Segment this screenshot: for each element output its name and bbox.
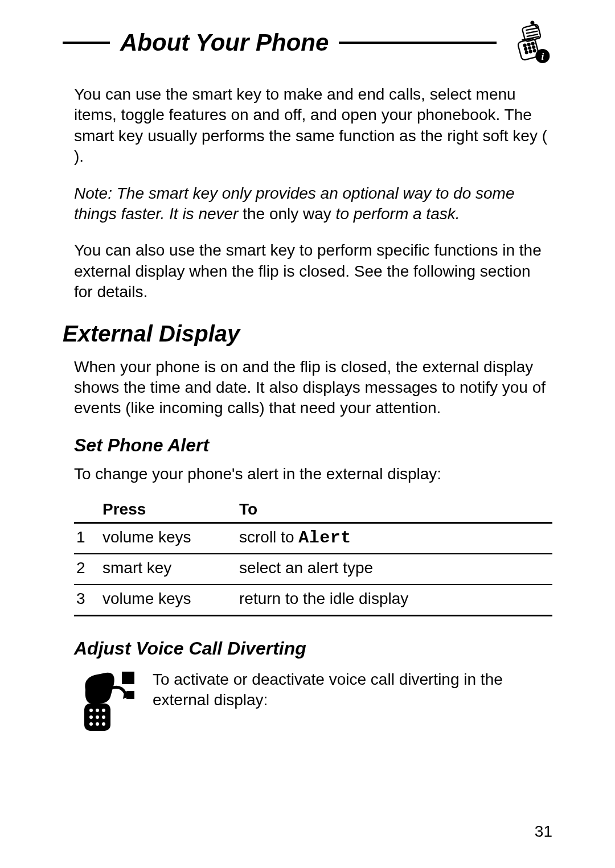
note-paragraph: Note: The smart key only provides an opt… — [74, 183, 552, 225]
svg-point-16 — [534, 50, 536, 52]
note-mid: the only way — [243, 205, 331, 223]
heading-set-phone-alert: Set Phone Alert — [74, 435, 552, 456]
heading-adjust-diverting: Adjust Voice Call Diverting — [74, 638, 552, 659]
svg-point-23 — [96, 709, 99, 712]
row-num: 1 — [74, 528, 102, 548]
svg-point-9 — [528, 43, 530, 46]
intro-paragraph: You can use the smart key to make and en… — [74, 84, 552, 167]
intro2-paragraph: You can also use the smart key to perfor… — [74, 240, 552, 302]
table-row: 1 volume keys scroll to Alert — [74, 524, 552, 554]
row-to: return to the idle display — [239, 590, 552, 609]
row-to-lead: select an alert type — [239, 559, 373, 577]
row-to-mono: Alert — [298, 528, 351, 548]
svg-rect-19 — [122, 672, 134, 684]
manual-page: About Your Phone — [0, 0, 615, 868]
svg-point-14 — [526, 51, 528, 54]
header-rule-left — [63, 42, 110, 44]
row-to-lead: return to the idle display — [239, 590, 408, 607]
svg-line-3 — [526, 28, 537, 30]
svg-point-12 — [528, 47, 531, 49]
external-display-body: When your phone is on and the flip is cl… — [63, 357, 552, 736]
body-column: You can use the smart key to make and en… — [63, 84, 552, 303]
set-alert-intro: To change your phone's alert in the exte… — [74, 464, 552, 484]
svg-point-29 — [96, 722, 99, 726]
svg-text:i: i — [541, 51, 544, 62]
phone-info-icon: i — [508, 20, 552, 65]
header-rule-right — [339, 42, 497, 44]
phone-divert-icon — [74, 667, 142, 735]
page-number: 31 — [535, 822, 552, 841]
svg-point-8 — [524, 44, 526, 47]
row-num: 3 — [74, 590, 102, 609]
svg-point-26 — [96, 715, 99, 719]
row-to-lead: scroll to — [239, 528, 298, 546]
diverting-row: To activate or deactivate voice call div… — [74, 667, 552, 735]
row-to: select an alert type — [239, 559, 552, 578]
svg-point-11 — [524, 48, 527, 50]
svg-point-10 — [532, 43, 534, 45]
row-press: smart key — [102, 559, 239, 578]
table-row: 2 smart key select an alert type — [74, 554, 552, 585]
svg-point-22 — [89, 709, 93, 712]
svg-point-13 — [532, 46, 535, 48]
page-title: About Your Phone — [118, 29, 331, 56]
svg-point-30 — [102, 722, 105, 726]
note-tail: to perform a task. — [331, 205, 460, 223]
row-press: volume keys — [102, 528, 239, 548]
svg-point-24 — [102, 709, 105, 712]
svg-point-1 — [531, 22, 534, 24]
row-num: 2 — [74, 559, 102, 578]
header-press: Press — [102, 500, 239, 519]
header-to: To — [239, 500, 552, 519]
instruction-table: Press To 1 volume keys scroll to Alert 2… — [74, 500, 552, 616]
row-press: volume keys — [102, 590, 239, 609]
table-header: Press To — [74, 500, 552, 524]
svg-line-4 — [526, 31, 538, 34]
svg-point-15 — [530, 51, 532, 53]
svg-point-27 — [102, 715, 105, 719]
row-to: scroll to Alert — [239, 528, 552, 548]
page-header: About Your Phone — [63, 20, 552, 65]
table-row: 3 volume keys return to the idle display — [74, 585, 552, 616]
heading-external-display: External Display — [63, 321, 552, 347]
diverting-body: To activate or deactivate voice call div… — [153, 667, 552, 711]
external-display-paragraph: When your phone is on and the flip is cl… — [74, 357, 552, 419]
svg-point-28 — [89, 722, 93, 726]
svg-point-25 — [89, 715, 93, 719]
svg-line-5 — [527, 34, 538, 36]
